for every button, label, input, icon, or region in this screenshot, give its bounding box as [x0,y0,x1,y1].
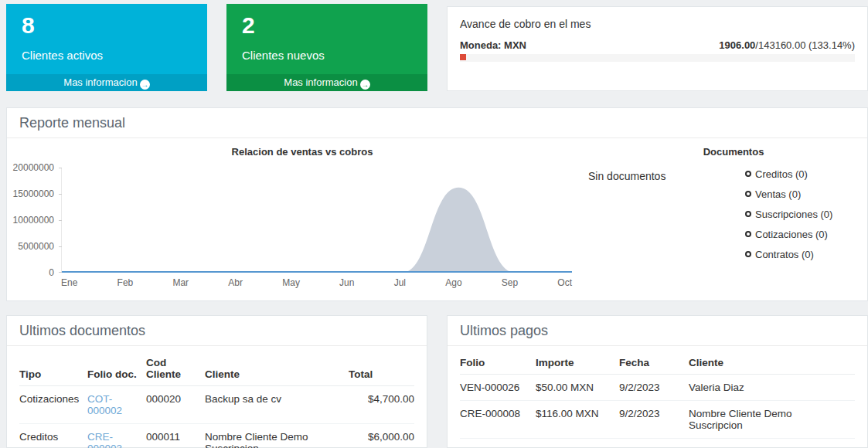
new-clients-card-body: 2 Clientes nuevos [226,4,427,74]
amount-collected: 1906.00 [719,39,755,51]
payment-fecha: 9/2/2023 [619,375,689,401]
payment-fecha: 8/30/2023 [619,439,689,448]
x-axis-tick: Oct [557,277,572,288]
legend-label: Contratos (0) [755,249,814,260]
no-documents-text: Sin documentos [588,170,665,182]
active-clients-card: 8 Clientes activos Mas informacion→ [6,4,207,91]
doc-cliente: Nombre Cliente Demo Suscripcion [205,424,349,448]
documents-legend-title: Documentos [660,146,807,158]
ventas-area-series [62,188,572,273]
legend-label: Creditos (0) [755,168,808,180]
area-chart-svg [62,168,572,273]
legend-label: Suscripciones (0) [755,209,832,220]
payment-fecha: 9/2/2023 [619,401,689,439]
table-row: Creditos CRE-000003 000011 Nombre Client… [19,424,414,448]
legend-circle-icon [745,231,751,237]
collection-progress-panel: Avance de cobro en el mes Moneda: MXN 19… [447,6,868,91]
legend-label: Cotizaciones (0) [755,229,828,240]
table-header-row: Folio Importe Fecha Cliente [460,354,855,375]
x-axis-tick: Abr [228,277,243,288]
payment-folio: CRE-000008 [460,401,536,439]
legend-item-ventas[interactable]: Ventas (0) [745,184,832,204]
doc-cod: 000020 [146,386,205,424]
table-row: VEN-000026 $50.00 MXN 9/2/2023 Valeria D… [460,375,855,401]
documents-legend: Creditos (0) Ventas (0) Suscripciones (0… [745,164,832,264]
table-row: VEN-000025 $400.00 MXN 8/30/2023 Alejand… [460,439,855,448]
latest-documents-table: Tipo Folio doc. Cod Cliente Cliente Tota… [19,354,414,448]
latest-payments-panel: Ultimos pagos Folio Importe Fecha Client… [447,315,868,448]
payment-folio: VEN-000025 [460,439,536,448]
doc-total: $6,000.00 [349,424,414,448]
payment-cliente: Nombre Cliente Demo Suscripcion [689,401,855,439]
x-axis-tick: Jun [339,277,354,288]
table-row: Cotizaciones COT-000002 000020 Backup sa… [19,386,414,424]
sales-vs-collections-chart: 20000000 15000000 10000000 5000000 0 [61,168,572,273]
legend-item-cotizaciones[interactable]: Cotizaciones (0) [745,224,832,244]
active-clients-label: Clientes activos [22,49,192,62]
chart-title: Relacion de ventas vs cobros [55,146,550,158]
active-clients-count: 8 [22,12,192,39]
legend-item-contratos[interactable]: Contratos (0) [745,244,832,264]
more-info-label: Mas informacion [63,76,137,88]
column-header-cliente: Cliente [205,354,349,386]
dashboard: 8 Clientes activos Mas informacion→ 2 Cl… [0,0,868,448]
column-header-cliente: Cliente [689,354,855,375]
currency-label: Moneda: MXN [460,39,526,51]
payment-importe: $116.00 MXN [536,401,619,439]
doc-folio-link[interactable]: CRE-000003 [87,431,122,448]
legend-item-suscripciones[interactable]: Suscripciones (0) [745,204,832,224]
latest-documents-panel: Ultimos documentos Tipo Folio doc. Cod C… [6,315,427,448]
latest-payments-table: Folio Importe Fecha Cliente VEN-000026 $… [460,354,855,448]
column-header-folio: Folio doc. [87,354,146,386]
payment-importe: $50.00 MXN [536,375,619,401]
new-clients-label: Clientes nuevos [242,49,412,62]
active-clients-card-body: 8 Clientes activos [6,4,207,74]
x-axis-tick: Feb [117,277,134,288]
doc-tipo: Cotizaciones [19,386,87,424]
latest-documents-title: Ultimos documentos [7,316,427,346]
y-axis-tick: 10000000 [0,216,54,225]
column-header-cod: Cod Cliente [146,354,205,386]
payment-folio: VEN-000026 [460,375,536,401]
new-clients-more-link[interactable]: Mas informacion→ [226,74,427,91]
doc-total: $4,700.00 [349,386,414,424]
y-axis-tick: 15000000 [0,189,54,199]
doc-cliente: Backup sa de cv [205,386,349,424]
column-header-fecha: Fecha [619,354,689,375]
monthly-report-panel: Reporte mensual Relacion de ventas vs co… [6,107,868,301]
doc-cod: 000011 [146,424,205,448]
x-axis-tick: Sep [502,277,518,288]
latest-payments-title: Ultimos pagos [448,316,867,346]
doc-tipo: Creditos [19,424,87,448]
arrow-circle-icon: → [360,80,370,90]
x-axis-tick: Mar [172,277,189,288]
arrow-circle-icon: → [140,80,150,90]
legend-label: Ventas (0) [755,188,801,200]
legend-item-creditos[interactable]: Creditos (0) [745,164,832,184]
column-header-total: Total [349,354,414,386]
legend-circle-icon [745,191,751,197]
doc-folio-link[interactable]: COT-000002 [87,393,122,416]
y-axis-tick: 5000000 [0,242,54,251]
table-row: CRE-000008 $116.00 MXN 9/2/2023 Nombre C… [460,401,855,439]
active-clients-more-link[interactable]: Mas informacion→ [6,74,207,91]
x-axis-tick: Jul [394,277,406,288]
column-header-importe: Importe [536,354,619,375]
legend-circle-icon [745,211,751,217]
collection-progress-track [460,54,855,62]
payment-importe: $400.00 MXN [536,439,619,448]
collection-amounts: 1906.00/143160.00 (133.14%) [719,39,855,51]
y-axis-tick: 20000000 [0,163,54,172]
x-axis-tick: May [282,277,300,288]
column-header-folio: Folio [460,354,536,375]
collection-progress-fill [460,54,466,60]
legend-circle-icon [745,251,751,257]
x-axis-tick: Ago [445,277,461,288]
new-clients-count: 2 [242,12,412,39]
amount-target: /143160.00 (133.14%) [755,39,855,51]
legend-circle-icon [745,171,751,177]
payment-cliente: Alejandro Covarrubias [689,439,855,448]
more-info-label: Mas informacion [284,76,357,88]
collection-panel-title: Avance de cobro en el mes [460,18,855,30]
x-axis-tick: Ene [61,277,77,288]
